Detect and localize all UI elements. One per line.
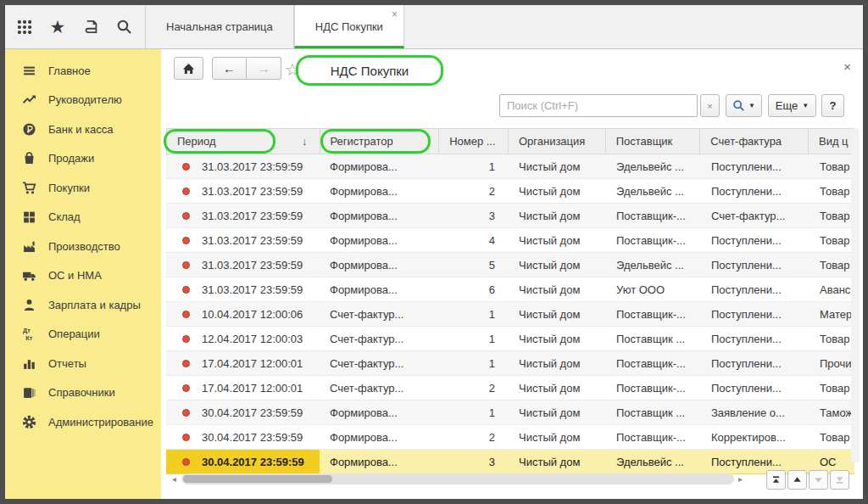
cell-number[interactable]: 2 <box>439 376 509 400</box>
cell-registrar[interactable]: Формирова... <box>320 400 439 424</box>
cell-registrar[interactable]: Формирова... <box>320 277 439 301</box>
search-icon[interactable] <box>113 16 135 38</box>
cell-number[interactable]: 6 <box>439 277 509 301</box>
cell-invoice[interactable]: Поступлени... <box>701 253 810 277</box>
scroll-right-icon[interactable]: ▸ <box>738 474 743 484</box>
cell-kind[interactable]: Аванс <box>810 277 854 301</box>
table-row[interactable]: 31.03.2017 23:59:59 Формирова... 1 Чисты… <box>166 154 854 179</box>
cell-invoice[interactable]: Корректиров... <box>701 425 810 449</box>
history-icon[interactable] <box>80 16 102 38</box>
sidebar-item-sales[interactable]: Продажи <box>5 144 161 174</box>
cell-registrar[interactable]: Формирова... <box>320 228 439 252</box>
cell-registrar[interactable]: Счет-фактур... <box>320 302 439 326</box>
cell-number[interactable]: 1 <box>439 327 509 350</box>
cell-supplier[interactable]: Эдельвейс ... <box>606 253 701 277</box>
cell-organization[interactable]: Чистый дом <box>509 302 606 326</box>
cell-organization[interactable]: Чистый дом <box>509 351 606 375</box>
column-header-supplier[interactable]: Поставщик <box>606 129 701 154</box>
more-button[interactable]: Еще ▼ <box>768 94 816 117</box>
sidebar-item-manager[interactable]: Руководителю <box>5 86 161 115</box>
go-next-button[interactable] <box>809 470 828 490</box>
back-button[interactable]: ← <box>212 57 247 80</box>
sidebar-item-bank-cash[interactable]: Банк и касса <box>5 115 161 144</box>
cell-number[interactable]: 2 <box>439 179 509 203</box>
horizontal-scrollbar-thumb[interactable] <box>183 475 332 483</box>
cell-supplier[interactable]: Поставщик ... <box>606 327 701 350</box>
cell-organization[interactable]: Чистый дом <box>509 425 606 449</box>
cell-registrar[interactable]: Формирова... <box>320 154 439 178</box>
table-row[interactable]: 30.04.2017 23:59:59 Формирова... 1 Чисты… <box>166 400 854 425</box>
column-header-registrar[interactable]: Регистратор <box>320 129 440 154</box>
cell-supplier[interactable]: Эдельвейс ... <box>606 154 701 178</box>
cell-invoice[interactable]: Поступлени... <box>701 154 810 178</box>
cell-registrar[interactable]: Формирова... <box>320 179 439 203</box>
sidebar-item-reports[interactable]: Отчеты <box>5 349 161 378</box>
cell-organization[interactable]: Чистый дом <box>509 277 606 301</box>
table-row[interactable]: 31.03.2017 23:59:59 Формирова... 5 Чисты… <box>166 253 854 277</box>
cell-kind[interactable]: Матери <box>810 302 854 326</box>
cell-supplier[interactable]: Поставщик-... <box>606 228 701 252</box>
table-row[interactable]: 31.03.2017 23:59:59 Формирова... 3 Чисты… <box>166 204 854 228</box>
scroll-left-icon[interactable]: ◂ <box>172 474 176 484</box>
cell-organization[interactable]: Чистый дом <box>509 400 606 424</box>
cell-invoice[interactable]: Поступлени... <box>701 327 810 350</box>
column-header-period[interactable]: Период ↓ <box>167 129 320 154</box>
table-row[interactable]: 17.04.2017 12:00:01 Счет-фактур... 2 Чис… <box>166 376 854 400</box>
cell-number[interactable]: 1 <box>439 302 509 326</box>
table-row[interactable]: 12.04.2017 12:00:03 Счет-фактур... 1 Чис… <box>166 327 854 351</box>
cell-invoice[interactable]: Поступлени... <box>701 277 810 301</box>
go-last-button[interactable] <box>830 470 849 490</box>
cell-kind[interactable]: Прочи <box>810 351 854 375</box>
sort-descending-icon[interactable]: ↓ <box>302 135 308 148</box>
sidebar-item-salary-hr[interactable]: Зарплата и кадры <box>5 290 161 320</box>
cell-invoice[interactable]: Поступлени... <box>701 228 810 252</box>
cell-organization[interactable]: Чистый дом <box>509 228 606 252</box>
search-clear-button[interactable]: × <box>700 94 720 117</box>
cell-organization[interactable]: Чистый дом <box>509 253 606 277</box>
cell-kind[interactable]: Товар <box>810 228 854 252</box>
cell-kind[interactable]: Товар <box>810 327 854 350</box>
cell-supplier[interactable]: Поставщик-... <box>606 376 701 400</box>
tab-nds-purchases[interactable]: НДС Покупки × <box>294 5 404 48</box>
panel-close-icon[interactable]: × <box>843 59 851 74</box>
search-input[interactable] <box>499 94 698 117</box>
cell-registrar[interactable]: Счет-фактур... <box>320 327 439 350</box>
table-row[interactable]: 30.04.2017 23:59:59 Формирова... 2 Чисты… <box>166 425 854 450</box>
sidebar-item-production[interactable]: Производство <box>5 232 161 261</box>
go-first-button[interactable] <box>766 470 786 490</box>
forward-button[interactable]: → <box>247 57 281 80</box>
table-row[interactable]: 31.03.2017 23:59:59 Формирова... 4 Чисты… <box>166 228 854 253</box>
cell-invoice[interactable]: Поступлени... <box>701 351 810 375</box>
cell-invoice[interactable]: Заявление о... <box>701 400 810 424</box>
cell-invoice[interactable]: Поступлени... <box>701 179 810 203</box>
column-header-number[interactable]: Номер ... <box>439 129 509 154</box>
cell-kind[interactable]: Товар <box>810 154 854 178</box>
cell-organization[interactable]: Чистый дом <box>509 376 606 400</box>
cell-invoice[interactable]: Поступлени... <box>701 302 810 326</box>
horizontal-scrollbar[interactable] <box>181 473 734 484</box>
sidebar-item-purchases[interactable]: Покупки <box>5 173 161 203</box>
cell-registrar[interactable]: Формирова... <box>320 253 439 277</box>
cell-kind[interactable]: Товар <box>810 376 854 400</box>
column-header-kind[interactable]: Вид ц <box>809 129 854 154</box>
cell-kind[interactable]: Товар <box>810 425 854 449</box>
sidebar-item-os-nma[interactable]: ОС и НМА <box>5 261 161 291</box>
cell-organization[interactable]: Чистый дом <box>509 154 606 178</box>
cell-registrar[interactable]: Формирова... <box>320 204 439 227</box>
sidebar-item-directories[interactable]: Справочники <box>5 378 161 408</box>
tab-home[interactable]: Начальная страница <box>145 5 294 48</box>
table-row[interactable]: 17.04.2017 12:00:01 Счет-фактур... 1 Чис… <box>166 351 854 376</box>
table-row[interactable]: 10.04.2017 12:00:06 Счет-фактур... 1 Чис… <box>166 302 854 327</box>
cell-invoice[interactable]: Счет-фактур... <box>701 204 810 227</box>
cell-registrar[interactable]: Счет-фактур... <box>320 351 439 375</box>
cell-number[interactable]: 4 <box>439 228 509 252</box>
cell-number[interactable]: 1 <box>439 400 509 424</box>
cell-supplier[interactable]: Поставщик-... <box>606 425 701 449</box>
sidebar-item-administration[interactable]: Администрирование <box>5 407 161 437</box>
table-row[interactable]: 31.03.2017 23:59:59 Формирова... 2 Чисты… <box>166 179 854 204</box>
home-button[interactable] <box>174 57 203 80</box>
cell-supplier[interactable]: Поставщик ... <box>606 400 701 424</box>
cell-invoice[interactable]: Поступлени... <box>701 376 810 400</box>
column-header-invoice[interactable]: Счет-фактура <box>700 129 809 154</box>
cell-number[interactable]: 2 <box>439 425 509 449</box>
